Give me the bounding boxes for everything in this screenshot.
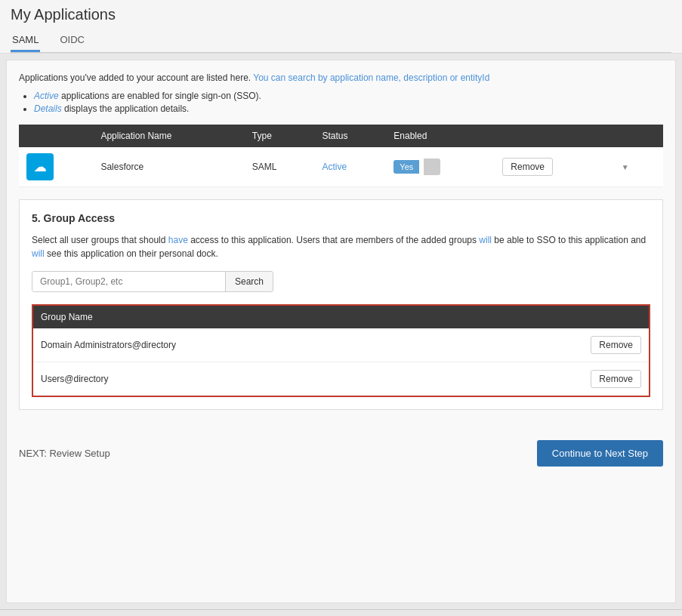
group-search-input[interactable] — [32, 272, 225, 291]
desc-link-will: will — [479, 235, 492, 245]
group-search-button[interactable]: Search — [225, 272, 273, 291]
group-row-2: Users@directory Remove — [32, 362, 650, 397]
bottom-bar: Add Application ▼ Pause All SSO ? — [0, 609, 682, 616]
salesforce-icon: ☁ — [26, 153, 54, 180]
col-app-name: Application Name — [93, 125, 244, 147]
group-name-cell-1: Domain Administrators@directory — [32, 328, 461, 362]
status-active: Active — [322, 162, 347, 172]
group-action-header — [461, 305, 650, 328]
continue-button[interactable]: Continue to Next Step — [537, 440, 663, 467]
main-content: Applications you've added to your accoun… — [6, 60, 676, 603]
table-row: ☁ Salesforce SAML Active Yes Remove — [19, 147, 663, 187]
top-bar: My Applications SAML OIDC — [0, 0, 682, 54]
section-description: Select all user groups that should have … — [32, 233, 650, 260]
col-arrow — [610, 125, 663, 147]
info-bullets: Active applications are enabled for sing… — [34, 91, 663, 114]
next-section: NEXT: Review Setup Continue to Next Step — [19, 428, 663, 467]
col-icon — [19, 125, 93, 147]
col-type: Type — [245, 125, 315, 147]
tab-bar: SAML OIDC — [11, 29, 671, 52]
bullet2-rest: displays the application details. — [62, 103, 190, 114]
chevron-down-icon[interactable]: ▼ — [618, 159, 633, 174]
info-text: Applications you've added to your accoun… — [19, 72, 663, 83]
tab-oidc[interactable]: OIDC — [58, 29, 86, 52]
app-type-cell: SAML — [245, 147, 315, 187]
bullet2-italic: Details — [34, 103, 62, 114]
group-table: Group Name Domain Administrators@directo… — [32, 304, 650, 397]
remove-group-1-button[interactable]: Remove — [591, 336, 641, 354]
page-title: My Applications — [11, 6, 671, 23]
tab-saml[interactable]: SAML — [11, 29, 40, 52]
info-link: You can search by application name, desc… — [253, 72, 489, 83]
app-remove-cell: Remove — [495, 147, 609, 187]
group-access-section: 5. Group Access Select all user groups t… — [19, 199, 663, 410]
col-status: Status — [314, 125, 386, 147]
section-title: 5. Group Access — [32, 212, 650, 224]
info-bullet-1: Active applications are enabled for sing… — [34, 91, 663, 101]
col-actions — [495, 125, 609, 147]
applications-table: Application Name Type Status Enabled ☁ S… — [19, 125, 663, 187]
group-name-cell-2: Users@directory — [32, 362, 461, 397]
app-dropdown-cell: ▼ — [610, 147, 663, 187]
group-remove-cell-2: Remove — [461, 362, 650, 397]
toggle-bar[interactable] — [424, 159, 440, 175]
bullet1-italic: Active — [34, 91, 59, 101]
group-remove-cell-1: Remove — [461, 328, 650, 362]
col-enabled: Enabled — [386, 125, 495, 147]
group-name-header: Group Name — [32, 305, 461, 328]
group-search-bar: Search — [32, 271, 273, 292]
info-bullet-2: Details displays the application details… — [34, 103, 663, 114]
info-main: Applications you've added to your accoun… — [19, 72, 489, 83]
app-icon-cell: ☁ — [19, 147, 93, 187]
desc-link-have: have — [168, 235, 188, 245]
remove-app-button[interactable]: Remove — [502, 158, 553, 176]
app-status-cell: Active — [314, 147, 386, 187]
table-header-row: Application Name Type Status Enabled — [19, 125, 663, 147]
desc-link-will2: will — [32, 248, 45, 259]
app-name-cell: Salesforce — [93, 147, 244, 187]
next-label: NEXT: Review Setup — [19, 448, 110, 459]
app-enabled-cell: Yes — [386, 147, 495, 187]
toggle-yes-button[interactable]: Yes — [393, 160, 419, 174]
remove-group-2-button[interactable]: Remove — [591, 370, 641, 388]
bullet1-rest: applications are enabled for single sign… — [59, 91, 261, 101]
group-table-header-row: Group Name — [32, 305, 650, 328]
toggle-container: Yes — [393, 159, 487, 175]
group-row-1: Domain Administrators@directory Remove — [32, 328, 650, 362]
